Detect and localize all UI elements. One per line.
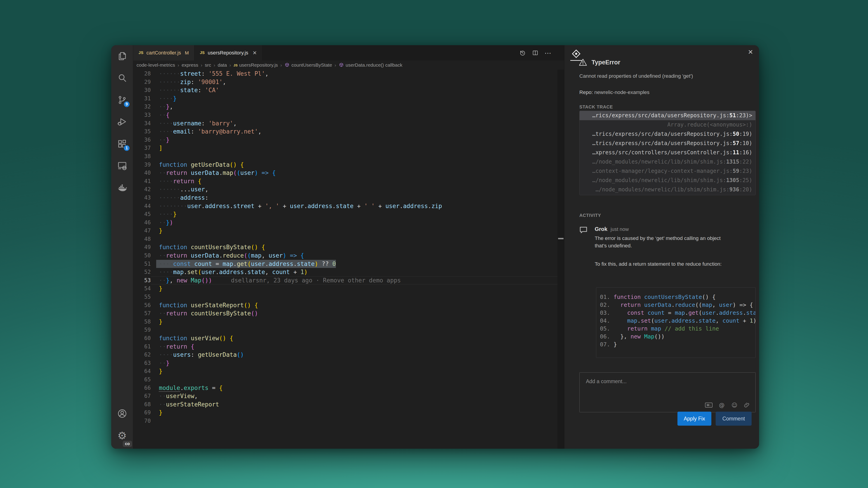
stack-frame[interactable]: …rics/express/src/data/usersRepository.j… <box>580 111 755 120</box>
code-line[interactable]: 63··} <box>133 359 564 367</box>
emoji-icon[interactable]: ☺ <box>731 402 738 409</box>
stack-frame[interactable]: …trics/express/src/data/usersRepository.… <box>580 139 755 148</box>
code-line-content: ··return { <box>151 343 564 351</box>
code-line[interactable]: 39function getUserData() { <box>133 161 564 169</box>
code-line[interactable]: 30······state: 'CA' <box>133 86 564 94</box>
code-area[interactable]: 28······street: '555 E. West Pl',29·····… <box>133 70 564 449</box>
code-line[interactable]: 43······address: <box>133 194 564 202</box>
code-line[interactable]: 49function countUsersByState() { <box>133 243 564 252</box>
code-line[interactable]: 33··{ <box>133 111 564 119</box>
code-line[interactable]: 41····return { <box>133 177 564 186</box>
code-line[interactable]: 48 <box>133 235 564 243</box>
history-icon[interactable] <box>519 49 526 57</box>
code-line[interactable]: 46··}) <box>133 219 564 227</box>
token: function <box>159 335 191 341</box>
code-line[interactable]: 50··return userData.reduce((map, user) =… <box>133 252 564 260</box>
code-line[interactable]: 42······...user, <box>133 185 564 194</box>
search-icon[interactable] <box>111 67 133 89</box>
attachment-icon[interactable] <box>744 402 750 409</box>
markdown-icon[interactable]: M↓ <box>705 402 712 409</box>
stack-frame[interactable]: …trics/express/src/data/usersRepository.… <box>580 129 755 139</box>
split-editor-icon[interactable] <box>532 49 539 57</box>
stack-frame[interactable]: …/node_modules/newrelic/lib/shim/shim.js… <box>580 157 755 166</box>
breadcrumb-item[interactable]: src <box>205 62 211 68</box>
code-line[interactable]: 35····email: 'barry@barry.net', <box>133 127 564 136</box>
stack-frame[interactable]: …/node_modules/newrelic/lib/shim/shim.js… <box>580 185 755 194</box>
code-line[interactable]: 59 <box>133 326 564 334</box>
account-icon[interactable] <box>111 402 133 424</box>
token <box>614 318 627 324</box>
close-icon[interactable]: ✕ <box>252 50 257 56</box>
code-line[interactable]: 69} <box>133 409 564 417</box>
code-line[interactable]: 66module.exports = { <box>133 384 564 392</box>
token: . <box>671 302 675 308</box>
tab-cartcontroller[interactable]: JS cartController.js M <box>133 45 194 61</box>
code-line[interactable]: 29······zip: '90001', <box>133 78 564 86</box>
code-line[interactable]: 68··userStateReport <box>133 400 564 409</box>
settings-gear-icon[interactable]: ⚙co <box>111 424 133 447</box>
token: = <box>212 260 223 267</box>
newrelic-logo-icon[interactable] <box>571 49 581 59</box>
code-line[interactable]: 40··return userData.map((user) => { <box>133 169 564 177</box>
source-control-icon[interactable]: 9 <box>111 89 133 111</box>
breadcrumb-item[interactable]: countUsersByState <box>284 62 332 68</box>
stack-frame[interactable]: Array.reduce(<anonymous>:) <box>580 120 755 129</box>
tab-label: usersRepository.js <box>208 50 248 56</box>
code-line[interactable]: 65 <box>133 376 564 384</box>
token: reduce <box>223 252 244 259</box>
tab-usersrepository[interactable]: JS usersRepository.js ✕ <box>194 45 262 61</box>
code-line[interactable]: 52····map.set(user.address.state, count … <box>133 268 564 276</box>
stack-frame[interactable]: …/node_modules/newrelic/lib/shim/shim.js… <box>580 176 755 185</box>
code-line[interactable]: 32··}, <box>133 103 564 111</box>
apply-fix-button[interactable]: Apply Fix <box>677 412 711 426</box>
run-debug-icon[interactable] <box>111 111 133 133</box>
code-line[interactable]: 62····users: getUserData() <box>133 351 564 359</box>
stack-frame[interactable]: …context-manager/legacy-context-manager.… <box>580 166 755 176</box>
explorer-icon[interactable] <box>111 45 133 67</box>
docker-icon[interactable] <box>111 177 133 199</box>
code-line[interactable]: 36··} <box>133 136 564 144</box>
breadcrumb-item[interactable]: express <box>182 62 198 68</box>
code-line[interactable]: 56function userStateReport() { <box>133 301 564 310</box>
remote-explorer-icon[interactable] <box>111 155 133 177</box>
code-line[interactable]: 31····} <box>133 94 564 103</box>
code-line[interactable]: 67··userView, <box>133 392 564 400</box>
token: return <box>620 302 641 308</box>
breadcrumb-item[interactable]: data <box>218 62 227 68</box>
code-line[interactable]: 47} <box>133 227 564 235</box>
line-number: 48 <box>133 235 151 243</box>
token: user <box>191 186 205 193</box>
close-icon[interactable]: ✕ <box>748 48 753 56</box>
mention-icon[interactable]: @ <box>718 402 725 409</box>
stack-frame[interactable]: …xpress/src/controllers/usersController.… <box>580 148 755 157</box>
code-line[interactable]: 44········user.address.street + ', ' + u… <box>133 202 564 210</box>
breadcrumb-item[interactable]: userData.reduce() callback <box>339 62 402 68</box>
comment-button[interactable]: Comment <box>716 412 752 426</box>
code-line[interactable]: 64} <box>133 367 564 376</box>
code-line[interactable]: 61··return { <box>133 343 564 351</box>
code-line[interactable]: 55 <box>133 293 564 301</box>
line-number: 68 <box>133 400 151 409</box>
code-line[interactable]: 38 <box>133 152 564 161</box>
more-actions-icon[interactable]: ⋯ <box>544 49 552 57</box>
code-line[interactable]: 70 <box>133 417 564 425</box>
breadcrumb-item[interactable]: code-level-metrics <box>136 62 175 68</box>
code-line[interactable]: 57··return countUsersByState() <box>133 309 564 318</box>
line-number: 44 <box>133 202 151 210</box>
code-line[interactable]: 58} <box>133 318 564 326</box>
comment-input[interactable]: Add a comment... M↓@☺ <box>579 372 756 412</box>
token: user <box>240 169 254 176</box>
code-line[interactable]: 53··}, new Map())dsellarsnr, 23 days ago… <box>133 276 564 285</box>
code-line[interactable]: 34····username: 'barry', <box>133 119 564 128</box>
code-line[interactable]: 37] <box>133 144 564 152</box>
code-line[interactable]: 54} <box>133 285 564 293</box>
extensions-icon[interactable]: 1 <box>111 133 133 155</box>
code-line[interactable]: 45····} <box>133 210 564 219</box>
code-line[interactable]: 28······street: '555 E. West Pl', <box>133 70 564 78</box>
token: } <box>159 409 162 416</box>
scrollbar-thumb[interactable] <box>558 238 563 239</box>
breadcrumb-item[interactable]: JSusersRepository.js <box>234 62 278 68</box>
code-line[interactable]: 60function userView() { <box>133 334 564 343</box>
token: user <box>202 269 216 275</box>
code-line[interactable]: 51····const count = map.get(user.address… <box>133 260 564 268</box>
